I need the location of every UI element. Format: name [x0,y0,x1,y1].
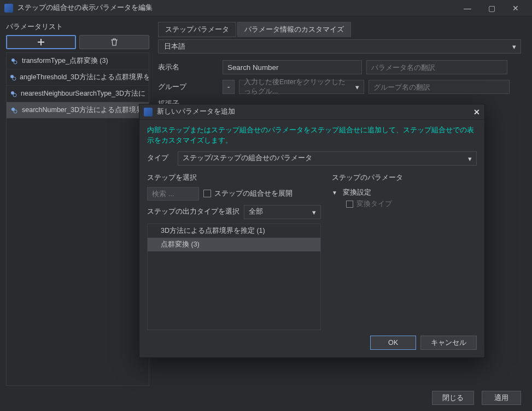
parameter-label: transformType_点群変換 (3) [22,56,108,66]
tab-step-parameters[interactable]: ステップパラメータ [158,22,236,37]
group-minus-button[interactable]: - [223,80,235,94]
add-parameter-dialog: 新しいパラメータを追加 ✕ 内部ステップまたはステップ組合せのパラメータをステッ… [139,104,485,358]
step-parameters-panel: ステップのパラメータ 変換設定 変換タイプ [332,173,477,331]
close-icon: ✕ [473,108,480,116]
plus-icon [37,38,45,46]
window-controls: — ▢ ✕ [455,1,528,16]
display-name-input[interactable] [223,60,362,74]
ok-label: OK [388,339,398,347]
param-icon [10,73,16,82]
main-titlebar: ステップの組合せの表示パラメータを編集 — ▢ ✕ [0,0,532,16]
close-button[interactable]: ✕ [504,1,528,16]
step-tree[interactable]: 3D方法による点群境界を推定 (1) 点群変換 (3) [147,224,321,331]
dialog-close-button[interactable]: ✕ [473,108,480,116]
delete-parameter-button[interactable] [79,35,149,49]
cancel-label: キャンセル [431,338,466,348]
dialog-description: 内部ステップまたはステップ組合せのパラメータをステップ組合せに追加して、ステップ… [147,125,477,146]
dialog-titlebar: 新しいパラメータを追加 ✕ [139,104,484,120]
chevron-down-icon: ▾ [312,208,316,216]
checkbox-box-icon [203,190,211,197]
add-parameter-button[interactable] [6,35,76,49]
app-icon [144,108,153,116]
group-select[interactable]: 入力した後Enterをクリックしたっらグル... ▾ [239,80,364,94]
step-node-label: 点群変換 (3) [161,240,200,248]
parameter-label: nearestNeighbourSearchType_3D方法に [21,89,145,98]
param-group-label: 変換設定 [343,188,371,197]
chevron-down-icon: ▾ [355,83,359,91]
type-value: ステップ/ステップの組合せのパラメータ [183,154,312,163]
app-icon [4,4,13,13]
select-step-heading: ステップを選択 [147,173,321,183]
select-step-panel: ステップを選択 ステップの組合せを展開 ステップの出力タイプを選択 全部 ▾ [147,173,321,331]
search-input[interactable] [147,187,199,201]
expand-checkbox[interactable]: ステップの組合せを展開 [203,189,293,198]
group-translation-input[interactable] [369,80,510,94]
main-close-button[interactable]: 閉じる [432,391,474,405]
dialog-title: 新しいパラメータを追加 [157,107,235,116]
step-node-label: 3D方法による点群境界を推定 (1) [161,227,265,234]
minus-icon: - [227,83,230,91]
tabs: ステップパラメータ パラメータ情報のカスタマイズ [158,22,521,37]
parameter-row[interactable]: transformType_点群変換 (3) [7,53,149,69]
triangle-down-icon [332,190,337,196]
chevron-down-icon: ▾ [512,43,516,51]
parameter-list-heading: パラメータリスト [6,22,149,32]
minimize-button[interactable]: — [455,1,480,16]
checkbox-box-icon [346,201,353,208]
main-apply-button[interactable]: 適用 [482,391,521,405]
param-icon [10,106,19,115]
group-select-value: 入力した後Enterをクリックしたっらグル... [244,78,349,96]
parameter-row[interactable]: nearestNeighbourSearchType_3D方法に [7,86,149,102]
output-type-value: 全部 [249,207,263,216]
parameter-label: angleThreshold_3D方法による点群境界を [20,73,149,82]
param-node[interactable]: 変換タイプ [332,198,477,210]
tab-customize-info[interactable]: パラメータ情報のカスタマイズ [237,22,351,37]
parameter-row[interactable]: searchNumber_3D方法による点群境界 [7,102,149,119]
parameter-list[interactable]: transformType_点群変換 (3) angleThreshold_3D… [6,52,149,386]
parameter-list-panel: パラメータリスト transformType_点群変換 (3) angleThr… [0,16,154,385]
parameter-label: searchNumber_3D方法による点群境界 [22,105,143,115]
trash-icon [110,38,118,46]
type-select[interactable]: ステップ/ステップの組合せのパラメータ ▾ [178,151,477,166]
language-select[interactable]: 日本語 ▾ [158,39,521,54]
type-label: タイプ [147,154,173,163]
display-name-translation-input[interactable] [366,60,507,74]
svg-point-1 [14,61,17,64]
language-value: 日本語 [164,42,185,51]
expand-label: ステップの組合せを展開 [214,189,293,198]
parameter-row[interactable]: angleThreshold_3D方法による点群境界を [7,69,149,86]
main-close-label: 閉じる [442,394,464,403]
cancel-button[interactable]: キャンセル [420,336,477,350]
window-title: ステップの組合せの表示パラメータを編集 [17,3,153,13]
chevron-down-icon: ▾ [468,154,472,162]
ok-button[interactable]: OK [370,336,416,350]
output-type-label: ステップの出力タイプを選択 [147,207,239,216]
param-node-label: 変換タイプ [356,199,392,209]
output-type-select[interactable]: 全部 ▾ [244,205,321,219]
svg-point-3 [13,77,16,80]
param-group-node[interactable]: 変換設定 [332,187,477,198]
main-footer: 閉じる 適用 [0,385,532,411]
group-label: グループ [158,83,218,92]
svg-point-5 [13,93,16,97]
step-node[interactable]: 点群変換 (3) [148,238,320,251]
param-icon [10,90,17,98]
param-tree[interactable]: 変換設定 変換タイプ [332,187,477,331]
step-node[interactable]: 3D方法による点群境界を推定 (1) [148,224,320,238]
step-parameters-heading: ステップのパラメータ [332,173,477,183]
main-apply-label: 適用 [494,394,508,403]
svg-point-7 [14,110,17,113]
maximize-button[interactable]: ▢ [480,1,504,16]
param-icon [10,57,19,66]
display-name-label: 表示名 [158,63,218,72]
